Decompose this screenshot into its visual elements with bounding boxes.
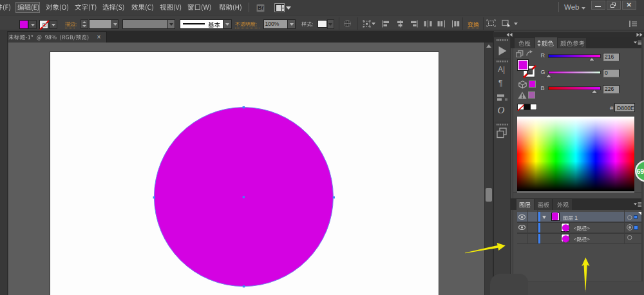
svg-text:69: 69 bbox=[637, 167, 644, 175]
